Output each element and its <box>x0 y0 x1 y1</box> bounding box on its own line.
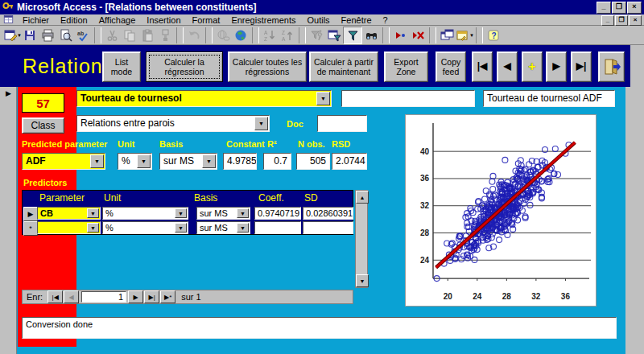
chevron-down-icon[interactable]: ▼ <box>90 154 104 168</box>
predictor-coeff-field[interactable]: 0.9740719 <box>254 207 301 220</box>
next-record-button[interactable]: ▶ <box>128 290 143 303</box>
predictor-parameter-combo[interactable]: ▼ <box>37 221 101 234</box>
first-record-button[interactable]: |◀ <box>472 51 493 82</box>
print-icon[interactable] <box>39 27 56 43</box>
n-obs-field[interactable]: 505 <box>296 153 330 170</box>
chevron-down-icon[interactable]: ▼ <box>175 223 187 233</box>
predicted-parameter-combo[interactable]: ADF ▼ <box>22 153 105 170</box>
predicted-unit-combo[interactable]: % ▼ <box>118 153 152 170</box>
restore-button[interactable]: ❐ <box>612 2 626 14</box>
chevron-down-icon[interactable]: ▼ <box>254 117 268 130</box>
svg-text:36: 36 <box>420 174 430 183</box>
toolbar-separator <box>252 27 259 43</box>
print-preview-icon[interactable] <box>56 27 74 43</box>
exit-button[interactable] <box>598 51 625 82</box>
delete-record-icon[interactable] <box>409 27 427 43</box>
help-icon[interactable]: ? <box>485 27 502 43</box>
chevron-down-icon[interactable]: ▼ <box>87 208 99 218</box>
last-record-button[interactable]: ▶| <box>144 290 159 303</box>
calc-regression-button[interactable]: Calculer la régression <box>146 51 223 82</box>
previous-record-button[interactable]: ◀ <box>64 290 79 303</box>
database-window-icon[interactable] <box>438 27 456 43</box>
menu-item-affichage[interactable]: Affichage <box>93 15 142 25</box>
predicted-basis-combo[interactable]: sur MS ▼ <box>159 153 217 170</box>
menu-item-enregistrements[interactable]: Enregistrements <box>225 15 301 25</box>
chevron-down-icon[interactable]: ▼ <box>87 223 99 233</box>
record-selector-bar[interactable] <box>0 87 17 354</box>
export-zone-button[interactable]: Export Zone <box>384 51 428 82</box>
form-system-icon[interactable] <box>3 13 14 27</box>
predictor-coeff-field[interactable] <box>254 221 301 234</box>
save-icon[interactable] <box>21 27 39 43</box>
list-mode-button[interactable]: List mode <box>102 51 141 82</box>
r2-field[interactable]: 0.7 <box>263 153 291 170</box>
toolbar-separator <box>94 27 101 43</box>
chevron-down-icon[interactable]: ▼ <box>316 92 330 105</box>
row-selector[interactable]: ▶ <box>23 207 38 221</box>
title-bar: Microsoft Access - [Relations between co… <box>0 0 644 14</box>
svg-text:A: A <box>264 30 268 35</box>
new-record-button[interactable]: ▶* <box>160 290 175 303</box>
last-record-button[interactable]: ▶| <box>571 51 592 82</box>
toolbar-separator <box>382 27 390 43</box>
rsd-field[interactable]: 2.0744 <box>332 153 367 170</box>
next-record-button[interactable]: ▶ <box>546 51 567 82</box>
predictor-basis-combo[interactable]: sur MS▼ <box>196 221 250 234</box>
chevron-down-icon[interactable]: ▼ <box>237 208 249 218</box>
feed-name-adf-field[interactable]: Tourteau de tournesol ADF <box>483 90 615 107</box>
minimize-button[interactable]: _ <box>597 2 611 14</box>
scroll-down-icon[interactable]: ▼ <box>356 274 369 287</box>
menu-item-outils[interactable]: Outils <box>301 15 335 25</box>
svg-text:36: 36 <box>561 292 571 301</box>
predictors-scrollbar[interactable]: ▲ ▼ <box>355 190 368 288</box>
apply-filter-icon[interactable] <box>343 27 362 44</box>
doc-close-button[interactable]: × <box>629 15 642 26</box>
add-record-button[interactable]: + <box>522 51 543 82</box>
web-toolbar-icon[interactable] <box>232 27 250 43</box>
calc-all-regressions-button[interactable]: Calculer toutes les régressions <box>228 51 307 82</box>
doc-minimize-button[interactable]: _ <box>601 15 614 26</box>
status-message-box[interactable]: Conversion done <box>22 317 617 339</box>
feed-extra-field[interactable] <box>341 90 475 107</box>
predictor-sd-field[interactable]: 0.02860391 <box>303 207 353 220</box>
menu-item-fentre[interactable]: Fenêtre <box>336 15 378 25</box>
previous-record-button[interactable]: ◀ <box>497 51 518 82</box>
predictor-unit-combo[interactable]: %▼ <box>102 221 188 234</box>
relation-type-combo[interactable]: Relations entre parois ▼ <box>76 115 270 132</box>
chevron-down-icon[interactable]: ▼ <box>175 208 187 218</box>
spelling-icon[interactable]: ab <box>74 27 92 43</box>
predictor-sd-field[interactable] <box>303 221 353 234</box>
menu-item-?[interactable]: ? <box>378 15 394 25</box>
feed-combo-value: Tourteau de tournesol <box>77 91 331 105</box>
menu-item-insertion[interactable]: Insertion <box>141 15 186 25</box>
record-number-input[interactable]: 1 <box>81 291 126 303</box>
calc-from-now-button[interactable]: Calculer à partir de maintenant <box>309 51 378 82</box>
n-obs-label: N obs. <box>298 139 325 149</box>
menu-item-format[interactable]: Format <box>187 15 226 25</box>
chevron-down-icon[interactable]: ▼ <box>137 154 151 168</box>
row-selector[interactable]: * <box>23 221 38 236</box>
new-object-icon[interactable]: ▾ <box>456 27 473 43</box>
copy-feed-button[interactable]: Copy feed <box>436 51 466 82</box>
scroll-up-icon[interactable]: ▲ <box>356 191 369 204</box>
find-icon[interactable] <box>362 27 380 43</box>
predictor-parameter-combo[interactable]: CB▼ <box>37 207 101 220</box>
class-button[interactable]: Class <box>22 117 64 134</box>
new-record-icon[interactable] <box>391 27 409 43</box>
first-record-button[interactable]: |◀ <box>47 290 63 303</box>
doc-field[interactable] <box>317 115 367 132</box>
cut-icon <box>103 27 121 43</box>
predictor-basis-combo[interactable]: sur MS▼ <box>196 207 250 220</box>
chevron-down-icon[interactable]: ▼ <box>237 223 249 233</box>
doc-restore-button[interactable]: ❐ <box>615 15 628 26</box>
menu-item-edition[interactable]: Edition <box>55 15 93 25</box>
menu-item-fichier[interactable]: Fichier <box>17 15 55 25</box>
predictor-unit-combo[interactable]: %▼ <box>102 207 188 220</box>
feed-combo[interactable]: Tourteau de tournesol ▼ <box>76 90 332 107</box>
chevron-down-icon[interactable]: ▼ <box>202 154 216 168</box>
filter-by-form-icon[interactable] <box>325 27 343 43</box>
form-view-icon[interactable]: ▾ <box>3 27 21 43</box>
constant-field[interactable]: 4.9785 <box>223 153 257 170</box>
record-number-field[interactable]: 57 <box>22 93 64 113</box>
close-button[interactable]: × <box>627 2 642 14</box>
